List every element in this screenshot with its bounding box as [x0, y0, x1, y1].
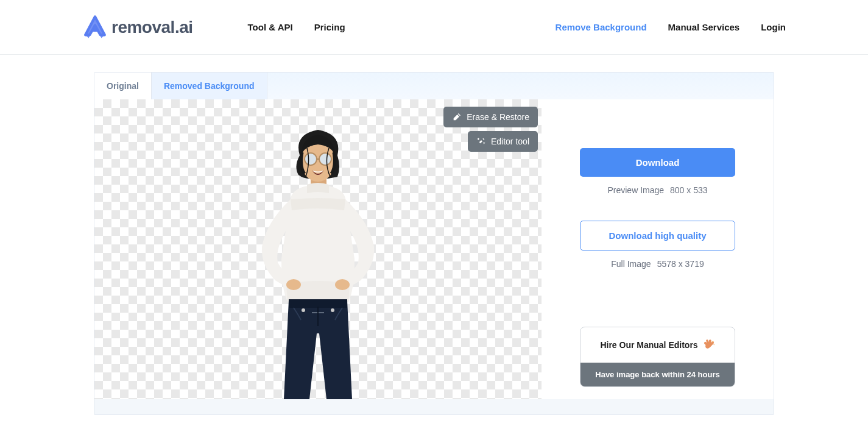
image-preview-area: Erase & Restore Editor tool [94, 99, 542, 399]
eraser-icon [452, 112, 462, 122]
hire-card-bottom: Have image back within 24 hours [580, 363, 735, 386]
svg-point-9 [331, 308, 334, 312]
tab-removed-background[interactable]: Removed Background [152, 73, 267, 99]
nav-pricing[interactable]: Pricing [314, 22, 345, 32]
nav-left-group: Tool & API Pricing [248, 22, 345, 32]
svg-point-8 [302, 308, 305, 312]
erase-restore-label: Erase & Restore [467, 112, 529, 122]
svg-point-5 [286, 279, 301, 290]
erase-restore-button[interactable]: Erase & Restore [443, 107, 538, 127]
download-button[interactable]: Download [580, 148, 735, 177]
site-header: removal.ai Tool & API Pricing Remove Bac… [0, 0, 868, 55]
download-high-quality-button[interactable]: Download high quality [580, 221, 735, 250]
result-image [233, 119, 403, 399]
nav-login[interactable]: Login [761, 22, 786, 32]
floating-toolbar: Erase & Restore Editor tool [443, 107, 538, 152]
card-footer-strip [94, 399, 774, 414]
hire-editors-card[interactable]: Hire Our Manual Editors Have image back … [580, 327, 735, 387]
waving-hand-icon [702, 338, 715, 352]
nav-tool-api[interactable]: Tool & API [248, 22, 293, 32]
hire-card-top: Hire Our Manual Editors [580, 327, 735, 363]
nav-right-group: Remove Background Manual Services Login [556, 22, 786, 32]
editor-tool-button[interactable]: Editor tool [468, 131, 538, 152]
brand-name: removal.ai [111, 18, 193, 37]
actions-sidebar: Download Preview Image 800 x 533 Downloa… [542, 99, 774, 399]
svg-point-6 [335, 279, 350, 290]
tab-original[interactable]: Original [94, 73, 152, 99]
nav-manual-services[interactable]: Manual Services [668, 22, 740, 32]
hire-title: Hire Our Manual Editors [600, 340, 697, 350]
full-image-meta: Full Image 5578 x 3719 [611, 259, 704, 269]
svg-rect-7 [289, 299, 347, 308]
hire-subtitle: Have image back within 24 hours [595, 370, 719, 379]
magic-wand-icon [476, 137, 486, 146]
preview-dimensions: 800 x 533 [670, 185, 708, 195]
editor-tool-label: Editor tool [491, 137, 529, 146]
logo-icon [82, 15, 108, 40]
tabs-bar: Original Removed Background [94, 73, 774, 99]
full-image-dimensions: 5578 x 3719 [657, 259, 704, 269]
brand-logo[interactable]: removal.ai [82, 15, 193, 40]
svg-point-3 [319, 153, 331, 165]
svg-point-2 [305, 153, 317, 165]
preview-label: Preview Image [607, 185, 664, 195]
nav-remove-background[interactable]: Remove Background [556, 22, 647, 32]
preview-meta: Preview Image 800 x 533 [607, 185, 707, 195]
main-panel: Erase & Restore Editor tool [94, 99, 774, 399]
content-card: Original Removed Background Erase & Rest… [94, 72, 774, 415]
full-image-label: Full Image [611, 259, 651, 269]
